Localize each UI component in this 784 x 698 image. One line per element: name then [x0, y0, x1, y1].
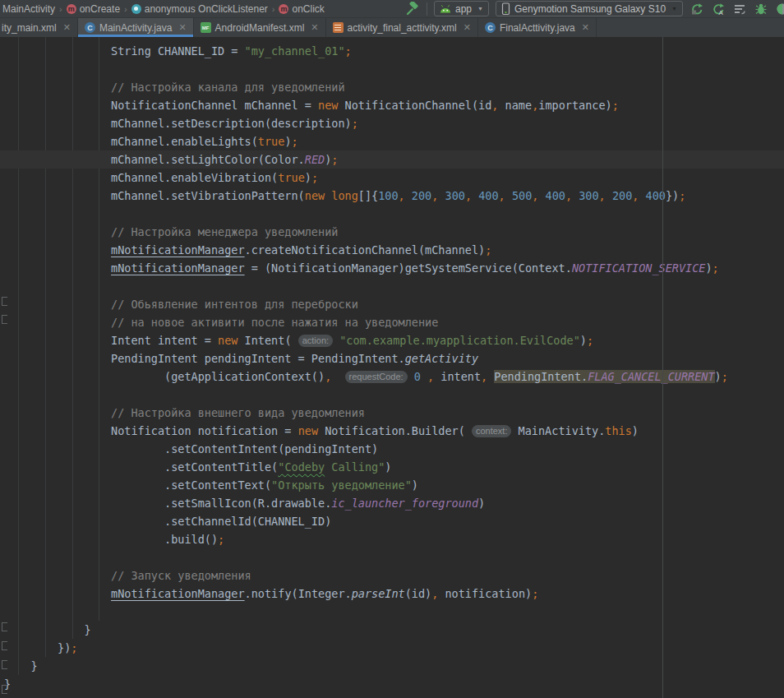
fold-marker[interactable]: [2, 315, 7, 324]
code-token: ): [305, 171, 311, 184]
fold-marker[interactable]: [2, 297, 7, 306]
code-token: 300: [445, 189, 465, 202]
fold-marker[interactable]: [2, 685, 7, 694]
build-hammer-icon[interactable]: [405, 2, 420, 16]
code-line[interactable]: [0, 277, 784, 295]
code-line[interactable]: .setSmallIcon(R.drawable.ic_launcher_for…: [0, 494, 784, 512]
close-icon[interactable]: ✕: [63, 22, 71, 33]
parameter-hint-chip: requestCode:: [345, 371, 408, 383]
code-line[interactable]: .setContentTitle("Codeby Calling"): [0, 458, 784, 476]
code-token: ;: [71, 641, 77, 654]
code-token: notification): [438, 587, 532, 600]
apply-changes-restart-icon[interactable]: [689, 2, 704, 16]
code-line[interactable]: .setContentIntent(pendingIntent): [0, 440, 784, 458]
code-line[interactable]: [0, 386, 784, 404]
code-line[interactable]: [0, 60, 784, 78]
code-token: true: [258, 135, 285, 148]
profiler-lines-icon[interactable]: [732, 2, 747, 16]
fold-marker[interactable]: [2, 622, 7, 631]
code-token: "com.example.myapplication.EvilCode": [339, 334, 580, 347]
code-line[interactable]: PendingIntent pendingIntent = PendingInt…: [0, 349, 784, 367]
tab-ity_main.xml[interactable]: ity_main.xml✕: [0, 18, 78, 37]
code-token: parseInt: [352, 587, 405, 600]
code-token: new: [318, 99, 338, 112]
code-token: 400: [478, 189, 498, 202]
clipped-action-icon[interactable]: [775, 2, 784, 16]
code-line[interactable]: }: [0, 675, 784, 693]
code-line[interactable]: mChannel.setLightColor(Color.RED);: [0, 150, 784, 169]
code-line[interactable]: [0, 205, 784, 223]
android-studio-window: { "ui": { "close_glyph": "✕", "breadcrum…: [0, 0, 784, 698]
code-line[interactable]: mChannel.setDescription(description);: [0, 114, 784, 132]
code-line[interactable]: .setContentText("Открыть уведомление"): [0, 476, 784, 494]
code-token: .setContentTitle(: [4, 460, 278, 474]
code-line[interactable]: }: [0, 621, 784, 639]
fold-marker[interactable]: [2, 660, 7, 669]
run-config-select[interactable]: app ▼: [434, 1, 489, 16]
code-line[interactable]: Intent intent = new Intent( action: "com…: [0, 331, 784, 349]
code-line[interactable]: [0, 548, 784, 566]
code-token: PendingIntent.: [494, 370, 588, 383]
code-token: mChannel.setDescription(description): [4, 117, 352, 130]
tab-activity_final_acttivity.xml[interactable]: activity_final_acttivity.xml✕: [326, 18, 478, 37]
close-icon[interactable]: ✕: [178, 22, 186, 33]
tab-FinalActtivity.java[interactable]: CFinalActtivity.java✕: [478, 18, 597, 37]
code-token: [538, 189, 545, 202]
code-token: ;: [311, 171, 318, 184]
code-token: ;: [532, 587, 538, 600]
code-token: mChannel.enableVibration(: [4, 171, 278, 184]
code-line[interactable]: // Запуск уведомления: [0, 566, 784, 585]
code-line[interactable]: mNotificationManager.createNotificationC…: [0, 241, 784, 259]
code-token: NotificationChannel mChannel =: [4, 99, 318, 112]
close-icon[interactable]: ✕: [463, 22, 471, 33]
code-line[interactable]: mNotificationManager = (NotificationMana…: [0, 259, 784, 277]
code-token: ;: [679, 189, 685, 202]
code-token: [606, 189, 612, 202]
device-label: Genymotion Samsung Galaxy S10: [514, 3, 666, 15]
code-line[interactable]: // Обьявление интентов для переброски: [0, 295, 784, 313]
code-line[interactable]: Notification notification = new Notifica…: [0, 422, 784, 440]
code-line[interactable]: }: [0, 657, 784, 675]
code-token: ;: [292, 135, 298, 148]
code-token: .setContentText(: [4, 478, 271, 492]
tab-AndroidManifest.xml[interactable]: MFAndroidManifest.xml✕: [194, 18, 326, 37]
code-line[interactable]: // Настройка менеджера уведомлений: [0, 223, 784, 241]
code-line[interactable]: mChannel.enableLights(true);: [0, 132, 784, 150]
parameter-hint-chip: context:: [472, 425, 512, 437]
close-icon[interactable]: ✕: [311, 22, 318, 33]
close-icon[interactable]: ✕: [582, 22, 589, 33]
code-line[interactable]: NotificationChannel mChannel = new Notif…: [0, 96, 784, 114]
code-token: [331, 370, 344, 383]
code-line[interactable]: // Настройка внешнего вида уведомления: [0, 404, 784, 422]
code-line[interactable]: mNotificationManager.notify(Integer.pars…: [0, 585, 784, 603]
debug-bug-icon[interactable]: [754, 2, 768, 16]
code-token: mChannel.setVibrationPattern(: [4, 189, 305, 202]
code-line[interactable]: .setChannelId(CHANNEL_ID): [0, 512, 784, 530]
device-select[interactable]: Genymotion Samsung Galaxy S10 ▼: [496, 1, 683, 16]
code-line[interactable]: String CHANNEL_ID = "my_channel_01";: [0, 42, 784, 60]
code-line[interactable]: [0, 603, 784, 621]
code-line[interactable]: // Настройка канала для уведомлений: [0, 78, 784, 96]
code-line[interactable]: // на новое активити после нажатия на ув…: [0, 313, 784, 331]
code-line[interactable]: });: [0, 639, 784, 657]
breadcrumb-item[interactable]: monCreate: [65, 3, 122, 15]
fold-marker[interactable]: [2, 641, 7, 650]
code-line[interactable]: (getApplicationContext(), requestCode: 0…: [0, 367, 784, 386]
code-token: ;: [331, 153, 338, 166]
code-line[interactable]: mChannel.enableVibration(true);: [0, 169, 784, 187]
code-line[interactable]: mChannel.setVibrationPattern(new long[]{…: [0, 187, 784, 205]
tab-MainActivity.java[interactable]: CMainActivity.java✕: [78, 18, 194, 37]
apply-code-changes-icon[interactable]: A: [711, 2, 726, 16]
code-area[interactable]: String CHANNEL_ID = "my_channel_01"; // …: [0, 42, 784, 693]
breadcrumb-item[interactable]: monClick: [277, 3, 325, 15]
code-token: ;: [713, 261, 719, 275]
code-token: .createNotificationChannel(mChannel): [245, 243, 486, 257]
code-line[interactable]: .build();: [0, 530, 784, 548]
code-token: mNotificationManager: [111, 243, 245, 257]
breadcrumb-item[interactable]: MainActivity: [1, 3, 57, 15]
code-token: MainActivity.: [511, 424, 605, 437]
code-token: ): [705, 261, 712, 275]
breadcrumb-item[interactable]: anonymous OnClickListener: [130, 3, 270, 15]
tab-label: activity_final_acttivity.xml: [348, 22, 457, 34]
code-token: 500: [512, 189, 532, 202]
